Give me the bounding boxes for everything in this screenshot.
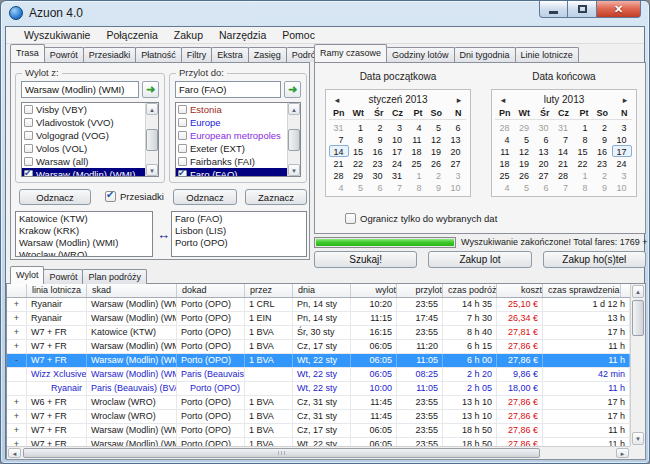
origin-list-item[interactable]: Warsaw (Modlin) (WMI) — [22, 168, 145, 177]
calendar-day[interactable]: 31 — [388, 169, 408, 181]
calendar-day[interactable]: 31 — [329, 121, 349, 133]
calendar-day[interactable]: 19 — [515, 157, 535, 169]
selected-origin-item[interactable]: Warsaw (Modlin) (WMI) — [19, 237, 149, 249]
calendar-day[interactable]: 18 — [495, 157, 515, 169]
calendar-day[interactable]: 30 — [534, 121, 554, 133]
destination-list-item[interactable]: Faro (FAO) — [176, 168, 287, 177]
scroll-right-icon[interactable]: ► — [616, 448, 629, 458]
expand-toggle[interactable]: + — [7, 298, 27, 311]
flight-row[interactable]: + Ryanair Warsaw (Modlin) (WMI) Porto (O… — [7, 298, 630, 312]
transfers-checkbox-row[interactable]: Przesiadki — [105, 191, 164, 202]
calendar-day[interactable]: 8 — [573, 181, 593, 193]
results-tab[interactable]: Wylot — [10, 266, 44, 284]
destination-deselect-button[interactable]: Odznacz — [173, 189, 237, 205]
header-via[interactable]: przez — [245, 284, 293, 297]
calendar-day[interactable]: 4 — [407, 121, 427, 133]
maximize-button[interactable] — [568, 1, 596, 18]
selected-destination-item[interactable]: Lisbon (LIS) — [175, 225, 303, 237]
calendar-day[interactable]: 7 — [554, 181, 574, 193]
scroll-left-icon[interactable]: ◄ — [8, 448, 21, 458]
destination-list-item[interactable]: Europe — [176, 116, 287, 129]
expand-toggle[interactable]: + — [7, 326, 27, 339]
title-bar[interactable]: Azuon 4.0 ✕ — [1, 1, 649, 26]
calendar-day[interactable]: 6 — [446, 121, 466, 133]
scroll-thumb[interactable] — [146, 129, 158, 151]
calendar-day[interactable]: 10 — [612, 181, 632, 193]
origin-list-scrollbar[interactable]: ▲ ▼ — [145, 103, 158, 176]
calendar-day[interactable]: 17 — [388, 145, 408, 157]
route-tab[interactable]: Płatność — [135, 47, 182, 62]
selected-origin-item[interactable]: Krakow (KRK) — [19, 225, 149, 237]
selected-origin-item[interactable]: Katowice (KTW) — [19, 213, 149, 225]
calendar-day[interactable]: 20 — [534, 157, 554, 169]
calendar-day[interactable]: 4 — [329, 181, 349, 193]
calendar-day[interactable]: 2 — [593, 121, 613, 133]
flight-row[interactable]: + W7 + FR Katowice (KTW) Porto (OPO) 1 B… — [7, 326, 630, 340]
origin-deselect-button[interactable]: Odznacz — [19, 189, 91, 205]
calendar-day[interactable]: 8 — [407, 181, 427, 193]
time-tab[interactable]: Linie lotnicze — [515, 47, 579, 62]
calendar-day[interactable]: 27 — [534, 169, 554, 181]
route-tab[interactable]: Ekstra — [211, 47, 249, 62]
route-tab[interactable]: Przesiadki — [83, 47, 137, 62]
expand-toggle[interactable]: + — [7, 340, 27, 353]
calendar-day[interactable]: 16 — [368, 145, 388, 157]
calendar-day[interactable]: 26 — [427, 157, 447, 169]
calendar-day[interactable]: 7 — [329, 133, 349, 145]
results-tab[interactable]: Powrót — [43, 269, 83, 284]
calendar-day[interactable]: 7 — [388, 181, 408, 193]
calendar-day[interactable]: 9 — [593, 181, 613, 193]
origin-list-item[interactable]: Volos (VOL) — [22, 142, 145, 155]
menu-item[interactable]: Połączenia — [98, 29, 165, 41]
header-checked[interactable]: czas sprawdzenia — [543, 284, 621, 297]
results-vertical-scrollbar[interactable]: ▲ ▼ — [630, 284, 645, 446]
calendar-day[interactable]: 4 — [495, 181, 515, 193]
calendar-day[interactable]: 6 — [368, 181, 388, 193]
header-cost[interactable]: koszt — [497, 284, 543, 297]
calendar-day[interactable]: 18 — [407, 145, 427, 157]
header-duration[interactable]: czas podróży — [443, 284, 497, 297]
scroll-down-icon[interactable]: ▼ — [632, 432, 644, 445]
time-tab[interactable]: Godziny lotów — [386, 47, 455, 62]
route-tab[interactable]: Zasięg — [248, 47, 287, 62]
scroll-thumb[interactable] — [23, 448, 540, 458]
calendar-day[interactable]: 10 — [388, 133, 408, 145]
search-button[interactable]: Szukaj! — [314, 251, 417, 268]
calendar-day[interactable]: 11 — [407, 133, 427, 145]
calendar-day[interactable]: 8 — [573, 133, 593, 145]
expand-toggle[interactable]: + — [7, 410, 27, 423]
destination-list-item[interactable]: Fairbanks (FAI) — [176, 155, 287, 168]
scroll-up-icon[interactable]: ▲ — [288, 103, 300, 115]
calendar-day[interactable]: 16 — [593, 145, 613, 157]
limit-dates-checkbox[interactable] — [345, 213, 356, 224]
flight-row[interactable]: - W7 + FR Warsaw (Modlin) (WMI) Porto (O… — [7, 354, 630, 368]
calendar-day[interactable]: 31 — [554, 121, 574, 133]
start-calendar-month[interactable]: styczeń 2013 — [369, 94, 428, 105]
expand-toggle[interactable]: + — [7, 312, 27, 325]
minimize-button[interactable] — [539, 1, 568, 18]
calendar-day[interactable]: 14 — [329, 145, 349, 157]
calendar-day[interactable]: 9 — [427, 181, 447, 193]
flight-row[interactable]: Ryanair Paris (Beauvais) (BVA) Porto (OP… — [7, 382, 630, 396]
scroll-up-icon[interactable]: ▲ — [146, 103, 158, 115]
destination-go-arrow-icon[interactable]: ➜ — [284, 81, 301, 98]
calendar-day[interactable]: 19 — [427, 145, 447, 157]
calendar-day[interactable]: 22 — [573, 157, 593, 169]
calendar-day[interactable]: 2 — [593, 169, 613, 181]
flight-row[interactable]: + W7 + FR Warsaw (Modlin) (WMI) Porto (O… — [7, 438, 630, 446]
header-to[interactable]: dokad — [177, 284, 245, 297]
checkbox[interactable] — [24, 105, 33, 114]
calendar-day[interactable]: 13 — [446, 133, 466, 145]
destination-input[interactable]: Faro (FAO) — [175, 81, 281, 98]
destination-list-item[interactable]: Exeter (EXT) — [176, 142, 287, 155]
route-tab[interactable]: Powrót — [44, 47, 84, 62]
calendar-day[interactable]: 25 — [495, 169, 515, 181]
origin-list-item[interactable]: Volgograd (VOG) — [22, 129, 145, 142]
checkbox[interactable] — [24, 118, 33, 127]
transfers-checkbox[interactable] — [105, 191, 116, 202]
flight-row[interactable]: + W7 + FR Warsaw (Modlin) (WMI) Porto (O… — [7, 340, 630, 354]
buy-hotel-button[interactable]: Zakup ho(s)tel — [543, 251, 646, 268]
prev-month-icon[interactable]: ◂ — [332, 95, 342, 105]
selected-destination-item[interactable]: Porto (OPO) — [175, 237, 303, 249]
calendar-day[interactable]: 28 — [554, 169, 574, 181]
